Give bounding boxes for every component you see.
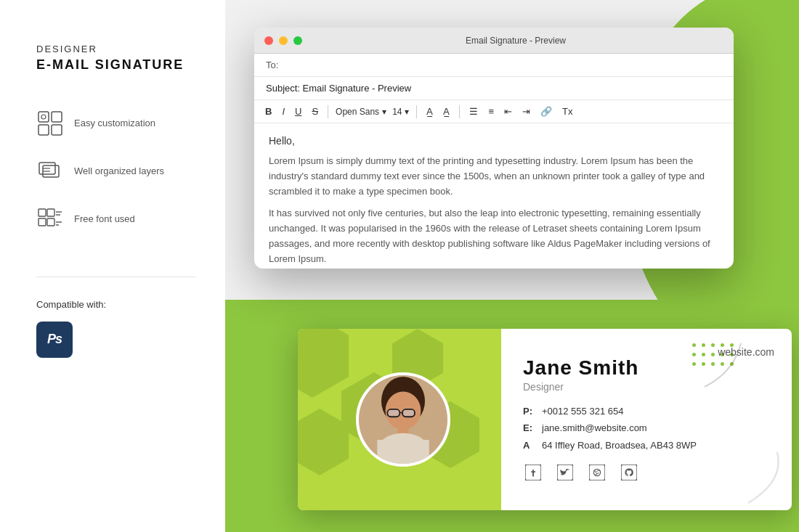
email-subject-field: Subject: Email Signature - Preview xyxy=(254,77,734,100)
svg-point-4 xyxy=(41,115,46,119)
toolbar-separator-2 xyxy=(416,105,417,118)
maximize-button[interactable] xyxy=(293,36,302,45)
bold-button[interactable]: B xyxy=(263,105,274,118)
strikethrough-button[interactable]: S xyxy=(309,105,320,118)
github-icon[interactable] xyxy=(619,462,639,483)
facebook-icon[interactable] xyxy=(523,462,543,483)
svg-rect-1 xyxy=(52,112,62,122)
sig-role: Designer xyxy=(523,381,777,393)
email-label: E: xyxy=(523,420,536,436)
signature-card: Jane Smith Designer P: +0012 555 321 654… xyxy=(298,329,792,510)
svg-rect-11 xyxy=(38,218,46,226)
toolbar-separator-3 xyxy=(459,105,460,118)
features-list: Easy customization Well organized layers xyxy=(36,110,196,233)
email-paragraph-2: It has survived not only five centuries,… xyxy=(269,206,719,266)
email-to-field[interactable]: To: xyxy=(254,54,734,77)
feature-customization-label: Easy customization xyxy=(74,118,155,128)
sig-contact: P: +0012 555 321 654 E: jane.smith@websi… xyxy=(523,403,777,454)
svg-rect-25 xyxy=(377,440,429,464)
email-preview-window: Email Signature - Preview To: Subject: E… xyxy=(254,28,734,269)
clear-format-button[interactable]: Tx xyxy=(560,105,575,118)
font-select[interactable]: Open Sans ▾ xyxy=(336,107,386,117)
highlight-button[interactable]: A̲ xyxy=(441,105,452,118)
svg-rect-12 xyxy=(47,218,54,226)
window-title: Email Signature - Preview xyxy=(308,36,723,46)
link-button[interactable]: 🔗 xyxy=(538,105,554,118)
dribbble-icon[interactable] xyxy=(587,462,607,483)
twitter-icon[interactable] xyxy=(555,462,575,483)
feature-customization: Easy customization xyxy=(36,110,196,137)
phone-label: P: xyxy=(523,403,536,420)
font-icon xyxy=(36,205,64,233)
feature-font: Free font used xyxy=(36,205,196,233)
close-button[interactable] xyxy=(264,36,273,45)
svg-rect-0 xyxy=(38,112,49,122)
address-value: 64 Iffley Road, Broadsea, AB43 8WP xyxy=(542,437,697,454)
svg-rect-21 xyxy=(402,409,415,417)
avatar-container xyxy=(356,372,450,467)
toolbar-separator-1 xyxy=(328,105,328,118)
sig-website: website.com xyxy=(718,346,774,358)
svg-rect-2 xyxy=(38,125,49,135)
right-panel: Email Signature - Preview To: Subject: E… xyxy=(225,0,799,532)
underline-button[interactable]: U xyxy=(293,105,304,118)
text-color-button[interactable]: A̲ xyxy=(424,105,435,118)
grid-icon xyxy=(36,110,64,137)
sig-name: Jane Smith xyxy=(523,356,777,380)
svg-rect-20 xyxy=(387,409,400,417)
svg-rect-10 xyxy=(47,209,54,216)
outdent-button[interactable]: ⇥ xyxy=(520,105,532,118)
avatar xyxy=(356,372,450,467)
indent-button[interactable]: ⇤ xyxy=(502,105,514,118)
sig-email-row: E: jane.smith@website.com xyxy=(523,420,777,436)
unordered-list-button[interactable]: ☰ xyxy=(467,105,480,118)
svg-rect-3 xyxy=(52,125,62,135)
minimize-button[interactable] xyxy=(279,36,288,45)
mac-titlebar: Email Signature - Preview xyxy=(254,28,734,54)
sig-info: Jane Smith Designer P: +0012 555 321 654… xyxy=(508,342,792,497)
svg-rect-28 xyxy=(589,465,605,480)
email-greeting: Hello, xyxy=(269,135,719,147)
feature-font-label: Free font used xyxy=(74,213,135,224)
svg-rect-9 xyxy=(38,209,46,216)
email-value: jane.smith@website.com xyxy=(542,420,647,436)
svg-rect-30 xyxy=(621,465,637,480)
email-paragraph-1: Lorem Ipsum is simply dummy text of the … xyxy=(269,154,719,199)
sig-address-row: A 64 Iffley Road, Broadsea, AB43 8WP xyxy=(523,437,777,454)
layers-icon xyxy=(36,157,64,185)
ordered-list-button[interactable]: ≡ xyxy=(486,105,496,118)
feature-layers: Well organized layers xyxy=(36,157,196,185)
hex-shape-3 xyxy=(298,409,349,475)
brand-label: DESIGNER xyxy=(36,44,196,54)
sig-phone-row: P: +0012 555 321 654 xyxy=(523,403,777,420)
feature-layers-label: Well organized layers xyxy=(74,165,164,176)
email-toolbar: B I U S Open Sans ▾ 14 ▾ A̲ A̲ ☰ ≡ ⇤ ⇥ 🔗… xyxy=(254,100,734,123)
brand-title: E-MAIL SIGNATURE xyxy=(36,57,196,73)
sig-social-icons xyxy=(523,462,777,483)
compatible-label: Compatible with: xyxy=(36,299,196,310)
phone-value: +0012 555 321 654 xyxy=(542,403,623,420)
svg-point-29 xyxy=(593,469,600,475)
divider xyxy=(36,277,196,277)
hex-shape-1 xyxy=(298,329,349,398)
italic-button[interactable]: I xyxy=(280,105,287,118)
email-body: Hello, Lorem Ipsum is simply dummy text … xyxy=(254,123,734,269)
photoshop-icon: Ps xyxy=(36,322,73,358)
size-select[interactable]: 14 ▾ xyxy=(392,107,409,117)
address-label: A xyxy=(523,437,536,454)
left-panel: DESIGNER E-MAIL SIGNATURE Easy customiza… xyxy=(0,0,225,532)
